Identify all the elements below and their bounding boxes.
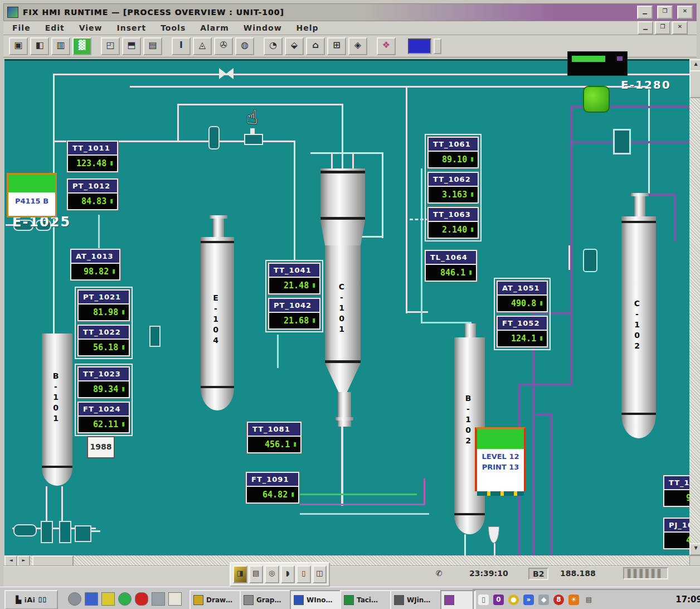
task-button-window[interactable]: WIno… bbox=[290, 590, 346, 609]
tray-icon-sheet[interactable]: ▤ bbox=[584, 594, 594, 605]
tray-icon-document[interactable]: ▯ bbox=[478, 594, 489, 605]
valve-icon[interactable] bbox=[41, 521, 53, 543]
toolbar-button-link[interactable]: ✇ bbox=[214, 37, 233, 55]
toolbar-button-paste[interactable]: ▤ bbox=[143, 37, 162, 55]
quick-tool-list[interactable]: ▤ bbox=[249, 566, 264, 583]
mdi-close-button[interactable]: ✕ bbox=[672, 21, 688, 35]
vertical-scroll-thumb[interactable] bbox=[689, 70, 700, 98]
hand-switch[interactable]: 1988 bbox=[87, 436, 115, 458]
quicklaunch-icon-2[interactable] bbox=[85, 592, 98, 606]
menu-file[interactable]: File bbox=[12, 23, 31, 32]
toolbar-button-home[interactable]: ⌂ bbox=[306, 37, 325, 55]
alarm-indicator-left[interactable]: P4115 B bbox=[7, 173, 57, 218]
alarm-indicator-right[interactable]: LEVEL 12 PRINT 13 bbox=[475, 427, 526, 491]
toolbar-button-rotate[interactable]: ◔ bbox=[264, 37, 283, 55]
instrument-PJ_1072[interactable]: PJ_1072 45▮ bbox=[663, 518, 689, 549]
instrument-FT_1052[interactable]: FT_1052 124.1▮ bbox=[497, 316, 548, 347]
tray-icon-flame[interactable]: ☀ bbox=[568, 594, 579, 605]
toolbar-button-print[interactable]: ▥ bbox=[51, 37, 70, 55]
instrument-FT_1024[interactable]: FT_1024 62.11▮ bbox=[77, 402, 130, 433]
instrument-TT_1061[interactable]: TT_1061 89.10▮ bbox=[427, 137, 479, 168]
toolbar-button-align[interactable]: ◈ bbox=[348, 37, 367, 55]
menu-insert[interactable]: Insert bbox=[117, 23, 147, 32]
toolbar-button-copy[interactable]: ⬒ bbox=[122, 37, 141, 55]
quicklaunch-icon-3[interactable] bbox=[101, 592, 115, 606]
tray-icon-sync[interactable]: » bbox=[523, 594, 534, 605]
quick-tool-target[interactable]: ◎ bbox=[265, 566, 279, 583]
toolbar-button-save[interactable]: ◧ bbox=[30, 37, 49, 55]
menu-window[interactable]: Window bbox=[244, 23, 282, 32]
quicklaunch-icon-5[interactable] bbox=[135, 592, 148, 606]
instrument-TT_1022[interactable]: TT_1022 56.18▮ bbox=[77, 325, 130, 356]
control-valve-icon[interactable] bbox=[244, 134, 263, 145]
instrument-AT_1051[interactable]: AT_1051 490.8▮ bbox=[497, 281, 548, 312]
toolbar-button-open[interactable]: ▣ bbox=[9, 37, 28, 55]
instrument-TT_1063[interactable]: TT_1063 2.140▮ bbox=[427, 207, 479, 239]
inline-vessel-icon[interactable] bbox=[583, 249, 597, 272]
maximize-button[interactable]: ❐ bbox=[657, 6, 673, 19]
toolbar-button-run[interactable]: ▓ bbox=[72, 37, 91, 55]
toolbar-button-grid[interactable]: ⊞ bbox=[327, 37, 346, 55]
mdi-minimize-button[interactable]: ▁ bbox=[638, 21, 653, 35]
quicklaunch-icon-7[interactable] bbox=[168, 592, 182, 606]
task-button-editor[interactable] bbox=[440, 590, 476, 609]
quicklaunch-icon-4[interactable] bbox=[118, 592, 132, 606]
toolbar-button-object[interactable]: ◍ bbox=[235, 37, 254, 55]
tray-icon-alert[interactable]: 8 bbox=[553, 594, 564, 605]
horizontal-scrollbar[interactable]: ◄ ► bbox=[4, 555, 689, 566]
instrument-TT_1023[interactable]: TT_1023 89.34▮ bbox=[77, 366, 130, 398]
scroll-up-button[interactable]: ▲ bbox=[689, 59, 700, 71]
menu-help[interactable]: Help bbox=[296, 23, 319, 32]
toolbar-button-shape[interactable]: ◬ bbox=[193, 37, 212, 55]
toolbar-button-text[interactable]: Ι bbox=[172, 37, 191, 55]
pump-icon[interactable] bbox=[583, 86, 610, 113]
device-icon[interactable] bbox=[75, 525, 91, 542]
instrument-TT_1062[interactable]: TT_1062 3.163▮ bbox=[427, 172, 479, 204]
instrument-AT_1013[interactable]: AT_1013 98.82▮ bbox=[70, 249, 120, 281]
menu-edit[interactable]: Edit bbox=[45, 23, 65, 32]
tray-icon-yellow-ball[interactable]: ● bbox=[508, 594, 519, 605]
toolbar-button-new[interactable]: ◰ bbox=[101, 37, 120, 55]
start-button[interactable]: ▙ ⁞A⁞ ⌷⌷ bbox=[4, 590, 58, 609]
task-button-tags[interactable]: Taci… bbox=[340, 590, 396, 609]
instrument-FT_1091[interactable]: FT_1091 64.82▮ bbox=[246, 472, 299, 504]
quick-tool-play[interactable]: ◗ bbox=[281, 566, 295, 583]
close-button[interactable]: ✕ bbox=[677, 6, 693, 19]
toolbar-button-flip[interactable]: ⬙ bbox=[285, 37, 304, 55]
toolbar-color-swatch[interactable] bbox=[408, 38, 431, 54]
instrument-TT_1041[interactable]: TT_1041 21.48▮ bbox=[268, 263, 320, 294]
task-button-graph[interactable]: Grap… bbox=[240, 590, 295, 609]
valve-icon[interactable] bbox=[613, 129, 631, 154]
instrument-PT_1012[interactable]: PT_1012 84.83▮ bbox=[67, 178, 118, 210]
quick-tool-camera[interactable]: ◨ bbox=[233, 566, 247, 583]
task-button-journal[interactable]: WJin… bbox=[390, 590, 446, 609]
instrument-TT_1011[interactable]: TT_1011 123.48▮ bbox=[67, 141, 118, 172]
valve-icon[interactable] bbox=[219, 68, 226, 79]
mini-trend-panel[interactable] bbox=[567, 51, 628, 76]
vertical-scrollbar[interactable]: ▲ ▼ bbox=[689, 59, 700, 555]
instrument-TL_1064[interactable]: TL_1064 846.1▮ bbox=[425, 250, 477, 282]
instrument-TT_1081[interactable]: TT_1081 456.1▮ bbox=[247, 422, 302, 453]
task-button-draw[interactable]: Draw… bbox=[189, 590, 245, 609]
mdi-restore-button[interactable]: ❐ bbox=[655, 21, 670, 35]
tray-icon-network[interactable]: ◆ bbox=[538, 594, 549, 605]
inline-filter-icon[interactable] bbox=[208, 126, 220, 149]
instrument-PT_1042[interactable]: PT_1042 21.68▮ bbox=[268, 298, 320, 330]
quicklaunch-icon-6[interactable] bbox=[152, 592, 165, 606]
tray-icon-purple-app[interactable]: 0 bbox=[493, 594, 504, 605]
quick-tool-page[interactable]: ▯ bbox=[296, 566, 311, 583]
valve-icon[interactable] bbox=[149, 326, 161, 347]
minimize-button[interactable]: ▁ bbox=[637, 6, 653, 19]
toolbar-button-palette[interactable]: ❖ bbox=[377, 37, 396, 55]
menu-tools[interactable]: Tools bbox=[161, 23, 186, 32]
valve-icon[interactable] bbox=[226, 68, 234, 79]
quick-tool-window[interactable]: ◫ bbox=[313, 566, 327, 583]
instrument-TT_1071[interactable]: TT_1071 98▮ bbox=[663, 475, 689, 507]
toolbar-swatch-dropdown[interactable] bbox=[434, 38, 441, 54]
menu-view[interactable]: View bbox=[79, 23, 103, 32]
valve-icon[interactable] bbox=[59, 521, 71, 543]
quicklaunch-icon-1[interactable] bbox=[68, 592, 81, 606]
instrument-PT_1021[interactable]: PT_1021 81.98▮ bbox=[77, 289, 130, 321]
pump-symbol-icon[interactable] bbox=[13, 524, 37, 536]
scroll-down-button[interactable]: ▼ bbox=[689, 543, 700, 555]
